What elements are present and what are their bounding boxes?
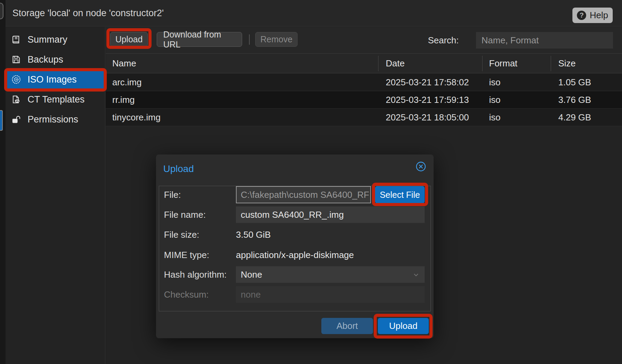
sidebar-item-label: ISO Images: [28, 74, 77, 85]
sidebar-item-permissions[interactable]: Permissions: [6, 109, 105, 129]
table-row-arc-img[interactable]: arc.img 2025-03-21 17:58:02 iso 1.05 GB: [106, 74, 622, 91]
storage-content-panel: Storage 'local' on node 'constructor2' ?…: [0, 0, 622, 364]
checksum-input: [236, 286, 425, 303]
question-circle-icon: ?: [577, 11, 586, 20]
sidebar-item-ct-templates[interactable]: CT Templates: [6, 89, 105, 109]
panel-header: Storage 'local' on node 'constructor2' ?…: [6, 0, 622, 26]
remove-button: Remove: [255, 32, 298, 47]
close-icon[interactable]: [415, 161, 427, 172]
search-input[interactable]: [476, 32, 613, 49]
hash-algorithm-label: Hash algorithm:: [164, 266, 227, 283]
table-row-rr-img[interactable]: rr.img 2025-03-21 17:59:13 iso 3.76 GB: [106, 91, 622, 109]
download-from-url-button[interactable]: Download from URL: [157, 32, 242, 47]
cell-date: 2025-03-21 17:59:13: [386, 91, 469, 108]
cell-size: 4.29 GB: [558, 109, 591, 126]
iso-toolbar: Upload Download from URL Remove Search:: [106, 27, 622, 54]
disc-icon: [10, 74, 22, 85]
sidebar-item-label: Backups: [28, 54, 63, 65]
floppy-icon: [10, 55, 22, 64]
cell-format: iso: [489, 74, 500, 91]
sidebar-item-summary[interactable]: Summary: [6, 30, 105, 50]
chevron-down-icon: [412, 271, 420, 279]
dialog-upload-button[interactable]: Upload: [378, 318, 429, 334]
column-header-size[interactable]: Size: [558, 54, 576, 73]
template-icon: [10, 95, 22, 104]
search-area: Search:: [428, 27, 613, 54]
abort-button: Abort: [321, 318, 373, 334]
file-name-label: File name:: [164, 206, 206, 223]
toolbar-separator: [249, 34, 250, 45]
sidebar-item-label: CT Templates: [28, 94, 85, 105]
page-title: Storage 'local' on node 'constructor2': [12, 0, 164, 26]
cell-format: iso: [489, 109, 500, 126]
search-label: Search:: [428, 35, 459, 46]
column-divider: [551, 56, 551, 71]
cell-name: rr.img: [112, 91, 135, 108]
table-row-tinycore-img[interactable]: tinycore.img 2025-03-21 18:05:00 iso 4.2…: [106, 109, 622, 126]
cell-name: arc.img: [112, 74, 142, 91]
cell-date: 2025-03-21 18:05:00: [386, 109, 469, 126]
column-divider: [482, 56, 483, 71]
column-divider: [378, 56, 379, 71]
table-header: Name Date Format Size: [106, 54, 622, 73]
file-label: File:: [164, 186, 181, 203]
help-button[interactable]: ? Help: [572, 8, 613, 23]
upload-button[interactable]: Upload: [110, 32, 148, 47]
cell-date: 2025-03-21 17:58:02: [386, 74, 469, 91]
sidebar-item-label: Permissions: [28, 114, 78, 125]
select-file-button[interactable]: Select File: [375, 186, 425, 203]
storage-sidebar: Summary Backups ISO Images: [6, 27, 105, 364]
help-button-label: Help: [590, 10, 608, 21]
cell-format: iso: [489, 91, 500, 108]
book-icon: [10, 35, 22, 44]
column-header-date[interactable]: Date: [386, 54, 405, 73]
file-path-input[interactable]: C:\fakepath\custom SA6400_RF: [236, 186, 371, 203]
tree-selection-stub: [0, 110, 3, 131]
hash-algorithm-value: None: [241, 269, 262, 280]
column-header-format[interactable]: Format: [489, 54, 517, 73]
file-size-label: File size:: [164, 226, 199, 243]
column-header-name[interactable]: Name: [112, 54, 136, 73]
file-size-value: 3.50 GiB: [236, 226, 271, 243]
unlock-icon: [10, 115, 22, 124]
upload-dialog: Upload File: C:\fakepath\custom SA6400_R…: [156, 154, 434, 338]
sidebar-item-iso-images[interactable]: ISO Images: [7, 69, 105, 89]
dialog-title: Upload: [163, 163, 194, 174]
mime-type-value: application/x-apple-diskimage: [236, 247, 354, 263]
cell-name: tinycore.img: [112, 109, 160, 126]
collapsed-panel-stub[interactable]: [0, 3, 3, 19]
left-edge-strip: [0, 0, 6, 364]
checksum-label: Checksum:: [164, 286, 209, 303]
sidebar-item-backups[interactable]: Backups: [6, 50, 105, 69]
file-name-input[interactable]: [236, 206, 425, 223]
cell-size: 1.05 GB: [558, 74, 591, 91]
hash-algorithm-select[interactable]: None: [236, 266, 425, 283]
sidebar-item-label: Summary: [28, 34, 68, 45]
mime-type-label: MIME type:: [164, 247, 209, 263]
cell-size: 3.76 GB: [558, 91, 591, 108]
